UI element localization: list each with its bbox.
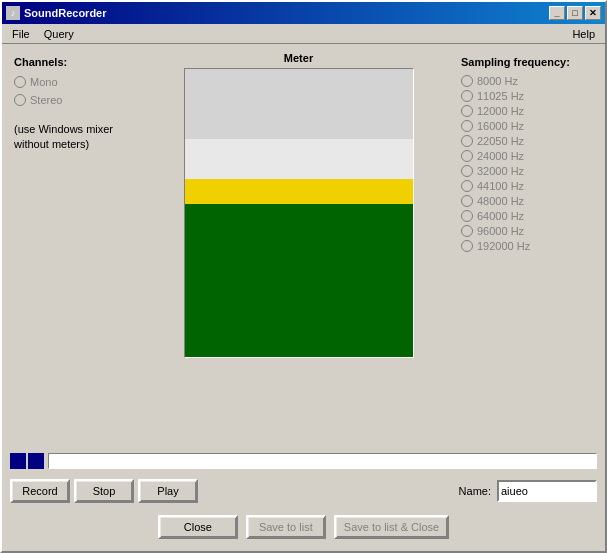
freq-32000-label: 32000 Hz <box>477 165 524 177</box>
title-buttons: _ □ ✕ <box>549 6 601 20</box>
name-label: Name: <box>459 485 491 497</box>
freq-44100-label: 44100 Hz <box>477 180 524 192</box>
close-button[interactable]: Close <box>158 515 238 539</box>
freq-12000[interactable]: 12000 Hz <box>461 105 593 117</box>
freq-radio-96000[interactable] <box>461 225 473 237</box>
freq-192000[interactable]: 192000 Hz <box>461 240 593 252</box>
freq-24000[interactable]: 24000 Hz <box>461 150 593 162</box>
play-button[interactable]: Play <box>138 479 198 503</box>
bottom-buttons-row: Close Save to list Save to list & Close <box>10 511 597 543</box>
app-icon: ♪ <box>6 6 20 20</box>
freq-24000-label: 24000 Hz <box>477 150 524 162</box>
freq-22050[interactable]: 22050 Hz <box>461 135 593 147</box>
menu-items: File Query <box>6 26 80 42</box>
meter-green <box>185 204 413 357</box>
meter-gray-top <box>185 69 413 139</box>
freq-96000[interactable]: 96000 Hz <box>461 225 593 237</box>
maximize-button[interactable]: □ <box>567 6 583 20</box>
freq-radio-12000[interactable] <box>461 105 473 117</box>
mixer-note: (use Windows mixer without meters) <box>14 122 136 153</box>
freq-8000-label: 8000 Hz <box>477 75 518 87</box>
stereo-label: Stereo <box>30 94 62 106</box>
mono-radio[interactable] <box>14 76 26 88</box>
meter-column: Meter <box>140 52 457 445</box>
freq-64000-label: 64000 Hz <box>477 210 524 222</box>
freq-radio-11025[interactable] <box>461 90 473 102</box>
stop-button[interactable]: Stop <box>74 479 134 503</box>
progress-bar[interactable] <box>48 453 597 469</box>
freq-16000[interactable]: 16000 Hz <box>461 120 593 132</box>
save-to-list-close-button[interactable]: Save to list & Close <box>334 515 449 539</box>
freq-48000[interactable]: 48000 Hz <box>461 195 593 207</box>
radio-stereo[interactable]: Stereo <box>14 94 136 106</box>
freq-22050-label: 22050 Hz <box>477 135 524 147</box>
name-input[interactable] <box>497 480 597 502</box>
freq-radio-22050[interactable] <box>461 135 473 147</box>
freq-radio-44100[interactable] <box>461 180 473 192</box>
progress-area <box>10 451 597 471</box>
meter-yellow <box>185 179 413 204</box>
freq-48000-label: 48000 Hz <box>477 195 524 207</box>
menu-bar: File Query Help <box>2 24 605 44</box>
freq-192000-label: 192000 Hz <box>477 240 530 252</box>
freq-radio-8000[interactable] <box>461 75 473 87</box>
buttons-row: Record Stop Play Name: <box>10 477 597 505</box>
freq-radio-24000[interactable] <box>461 150 473 162</box>
freq-label: Sampling frequency: <box>461 56 593 68</box>
freq-64000[interactable]: 64000 Hz <box>461 210 593 222</box>
radio-mono[interactable]: Mono <box>14 76 136 88</box>
name-area: Name: <box>459 480 597 502</box>
freq-44100[interactable]: 44100 Hz <box>461 180 593 192</box>
top-area: Channels: Mono Stereo (use Windows mixer… <box>10 52 597 445</box>
freq-12000-label: 12000 Hz <box>477 105 524 117</box>
freq-11025-label: 11025 Hz <box>477 90 524 102</box>
minimize-button[interactable]: _ <box>549 6 565 20</box>
freq-radio-32000[interactable] <box>461 165 473 177</box>
close-window-button[interactable]: ✕ <box>585 6 601 20</box>
menu-query[interactable]: Query <box>38 26 80 42</box>
main-window: ♪ SoundRecorder _ □ ✕ File Query Help Ch… <box>0 0 607 553</box>
freq-32000[interactable]: 32000 Hz <box>461 165 593 177</box>
meter-light-gray <box>185 139 413 179</box>
channels-label: Channels: <box>14 56 136 68</box>
meter-label: Meter <box>284 52 313 64</box>
freq-11025[interactable]: 11025 Hz <box>461 90 593 102</box>
save-to-list-button[interactable]: Save to list <box>246 515 326 539</box>
menu-help[interactable]: Help <box>566 26 601 42</box>
freq-column: Sampling frequency: 8000 Hz 11025 Hz 120… <box>457 52 597 445</box>
title-bar-left: ♪ SoundRecorder <box>6 6 107 20</box>
play-indicators <box>10 453 44 469</box>
freq-16000-label: 16000 Hz <box>477 120 524 132</box>
freq-96000-label: 96000 Hz <box>477 225 524 237</box>
stereo-radio[interactable] <box>14 94 26 106</box>
main-content: Channels: Mono Stereo (use Windows mixer… <box>2 44 605 551</box>
freq-radio-192000[interactable] <box>461 240 473 252</box>
channels-column: Channels: Mono Stereo (use Windows mixer… <box>10 52 140 445</box>
play-indicator-2 <box>28 453 44 469</box>
mono-label: Mono <box>30 76 58 88</box>
play-indicator-1 <box>10 453 26 469</box>
freq-radio-16000[interactable] <box>461 120 473 132</box>
title-bar: ♪ SoundRecorder _ □ ✕ <box>2 2 605 24</box>
menu-file[interactable]: File <box>6 26 36 42</box>
freq-8000[interactable]: 8000 Hz <box>461 75 593 87</box>
window-title: SoundRecorder <box>24 7 107 19</box>
meter-display <box>184 68 414 358</box>
freq-radio-64000[interactable] <box>461 210 473 222</box>
freq-radio-48000[interactable] <box>461 195 473 207</box>
record-button[interactable]: Record <box>10 479 70 503</box>
